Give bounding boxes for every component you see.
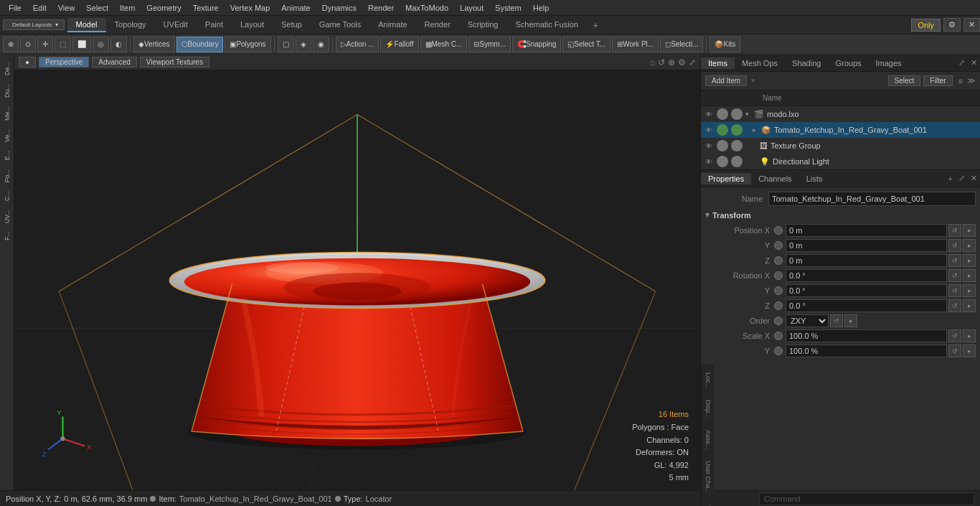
- rot-z-reset[interactable]: ↺: [948, 299, 961, 312]
- tool-ring[interactable]: ◎: [93, 37, 109, 52]
- menu-item[interactable]: Item: [114, 2, 141, 14]
- sidebar-tab-ve[interactable]: Ve...: [2, 125, 12, 146]
- mesh-square-btn[interactable]: ▢: [278, 37, 294, 52]
- tool-select3[interactable]: ✛: [37, 37, 53, 52]
- tab-mesh-ops[interactable]: Mesh Ops: [735, 57, 785, 69]
- vis-dot[interactable]: [717, 108, 728, 120]
- select-t-button[interactable]: ◱ Select T...: [562, 37, 611, 52]
- vis-dot2[interactable]: [731, 140, 743, 151]
- vp-dot-btn[interactable]: ●: [19, 57, 36, 67]
- tab-layout[interactable]: Layout: [232, 18, 273, 32]
- list-item[interactable]: 👁 ▾ 🎬 modo.lxo: [701, 106, 980, 122]
- menu-dynamics[interactable]: Dynamics: [316, 2, 362, 14]
- add-item-button[interactable]: Add Item: [705, 75, 747, 86]
- edge-tab-user-cha[interactable]: User Cha...: [703, 455, 713, 500]
- vp-expand-icon[interactable]: ⤢: [689, 57, 696, 67]
- tab-groups[interactable]: Groups: [828, 57, 868, 69]
- layout-close-icon[interactable]: ✕: [963, 18, 980, 32]
- pos-z-circle[interactable]: [774, 256, 783, 265]
- menu-animate[interactable]: Animate: [275, 2, 316, 14]
- rot-z-circle[interactable]: [774, 301, 783, 310]
- only-button[interactable]: Only: [911, 19, 941, 32]
- edge-tab-disp[interactable]: Disp...: [703, 394, 713, 424]
- vertices-button[interactable]: ◆ Vertices: [133, 37, 175, 52]
- rot-x-input[interactable]: [786, 269, 947, 282]
- tab-uvedit[interactable]: UVEdit: [155, 18, 197, 32]
- scale-y-circle[interactable]: [774, 347, 783, 355]
- menu-render[interactable]: Render: [362, 2, 400, 14]
- tab-channels[interactable]: Channels: [751, 173, 798, 184]
- vis-dot2[interactable]: [731, 156, 743, 167]
- menu-vertex-map[interactable]: Vertex Map: [225, 2, 276, 14]
- rot-x-reset[interactable]: ↺: [948, 269, 961, 282]
- vis-dot[interactable]: [717, 140, 728, 151]
- layout-settings-icon[interactable]: ⚙: [943, 18, 961, 32]
- expand-arrow[interactable]: ▾: [745, 111, 753, 118]
- rot-y-reset[interactable]: ↺: [948, 284, 961, 297]
- symm-button[interactable]: ⊟ Symm...: [468, 37, 511, 52]
- menu-select[interactable]: Select: [80, 2, 114, 14]
- expand-arrow[interactable]: ▸: [753, 126, 760, 133]
- menu-layout[interactable]: Layout: [454, 2, 489, 14]
- tab-animate[interactable]: Animate: [369, 18, 415, 32]
- scale-x-reset[interactable]: ↺: [948, 329, 961, 342]
- scale-y-input[interactable]: [786, 345, 947, 357]
- work-pl-button[interactable]: ⊞ Work Pl...: [612, 37, 659, 52]
- sidebar-tab-e[interactable]: E...: [2, 146, 12, 165]
- pos-x-anim[interactable]: ▸: [963, 224, 976, 237]
- tab-render[interactable]: Render: [416, 18, 459, 32]
- pos-y-circle[interactable]: [774, 241, 783, 250]
- vp-zoom-icon[interactable]: ⊕: [668, 57, 675, 67]
- pos-y-reset[interactable]: ↺: [948, 239, 961, 252]
- filter-button[interactable]: Filter: [923, 75, 952, 86]
- scale-x-circle[interactable]: [774, 332, 783, 340]
- layout-dropdown[interactable]: Default Layouts ▾: [3, 19, 65, 30]
- tab-topology[interactable]: Topology: [106, 18, 155, 32]
- rot-z-anim[interactable]: ▸: [963, 299, 976, 312]
- props-close-icon[interactable]: ✕: [968, 174, 980, 183]
- boundary-button[interactable]: ⬡ Boundary: [176, 37, 224, 52]
- snapping-button[interactable]: 🧲 Snapping: [512, 37, 561, 52]
- mesh-c-button[interactable]: ▦ Mesh C...: [420, 37, 468, 52]
- tool-half[interactable]: ◐: [110, 37, 127, 52]
- edge-tab-asse[interactable]: Asse...: [703, 424, 713, 456]
- target-btn[interactable]: ◉: [313, 37, 329, 52]
- rot-y-anim[interactable]: ▸: [963, 284, 976, 297]
- sidebar-tab-c[interactable]: C...: [2, 187, 12, 205]
- pos-z-reset[interactable]: ↺: [948, 254, 961, 267]
- menu-texture[interactable]: Texture: [187, 2, 225, 14]
- eye-icon[interactable]: 👁: [705, 158, 715, 166]
- rot-x-anim[interactable]: ▸: [963, 269, 976, 282]
- sidebar-tab-de[interactable]: De...: [2, 57, 12, 80]
- command-input[interactable]: Command: [759, 492, 974, 505]
- vp-rotate-icon[interactable]: ↺: [658, 57, 665, 67]
- pos-y-anim[interactable]: ▸: [963, 239, 976, 252]
- scale-y-reset[interactable]: ↺: [948, 345, 961, 357]
- list-item[interactable]: 👁 💡 Directional Light: [701, 154, 980, 169]
- tab-lists[interactable]: Lists: [799, 173, 830, 184]
- order-anim[interactable]: ▸: [844, 314, 857, 327]
- vis-dot2[interactable]: [731, 124, 743, 136]
- tool-select2[interactable]: ⊙: [20, 37, 36, 52]
- menu-geometry[interactable]: Geometry: [141, 2, 187, 14]
- eye-icon[interactable]: 👁: [705, 142, 715, 150]
- tab-properties[interactable]: Properties: [701, 173, 751, 184]
- vis-dot[interactable]: [717, 124, 728, 136]
- menu-file[interactable]: File: [3, 2, 27, 14]
- pos-x-reset[interactable]: ↺: [948, 224, 961, 237]
- rot-y-input[interactable]: [786, 284, 947, 297]
- sidebar-tab-po[interactable]: Po...: [2, 165, 12, 187]
- list-item[interactable]: 👁 ▸ 📦 Tomato_Ketchup_In_Red_Gravy_Boat_0…: [701, 122, 980, 138]
- list-item[interactable]: 👁 🖼 Texture Group: [701, 138, 980, 154]
- rot-x-circle[interactable]: [774, 271, 783, 280]
- scale-y-anim[interactable]: ▸: [963, 345, 976, 357]
- order-circle[interactable]: [774, 317, 783, 325]
- vp-home-icon[interactable]: ⌂: [650, 57, 655, 67]
- tab-images[interactable]: Images: [869, 57, 909, 69]
- pos-x-input[interactable]: [786, 224, 947, 237]
- kits-button[interactable]: 📦 Kits: [710, 37, 740, 52]
- tool-box-select[interactable]: ⬚: [55, 37, 71, 52]
- pos-y-input[interactable]: [786, 239, 947, 252]
- items-panel-expand-icon[interactable]: ⤢: [956, 58, 968, 67]
- vis-dot2[interactable]: [731, 108, 743, 120]
